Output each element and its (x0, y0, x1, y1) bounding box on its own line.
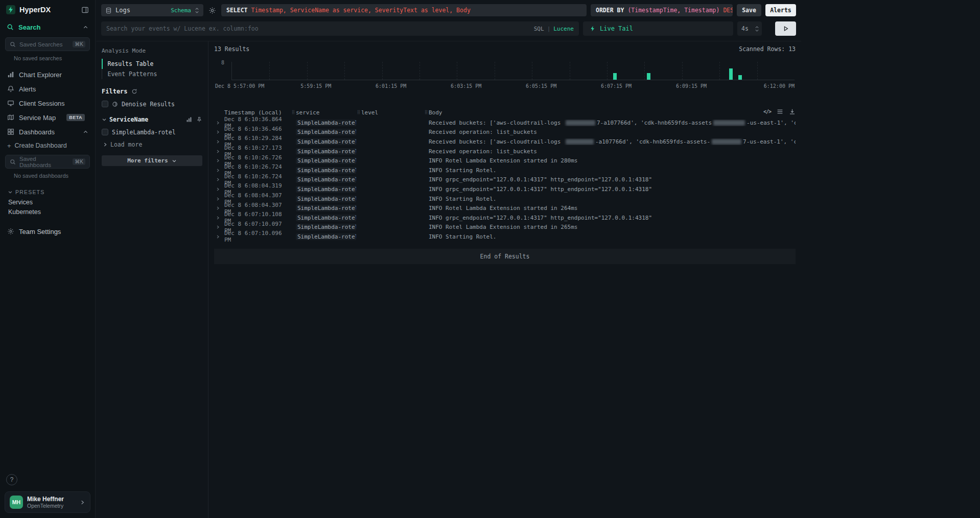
sidebar-item-alerts[interactable]: Alerts (0, 82, 95, 96)
drag-grip-icon[interactable]: ⣿ (356, 110, 361, 114)
drag-grip-icon[interactable]: ⣿ (291, 110, 296, 114)
cell-service: SimpleLambda-rotel (296, 176, 356, 183)
sidebar-collapse-icon[interactable] (81, 6, 89, 14)
bell-icon (7, 85, 14, 92)
table-row[interactable]: Dec 8 6:10:26.724 PMSimpleLambda-rotelIN… (214, 175, 796, 185)
x-axis-tick-label: 6:01:15 PM (376, 83, 406, 89)
expand-row-icon[interactable] (214, 130, 224, 134)
cell-timestamp: Dec 8 6:07:10.096 PM (224, 230, 291, 243)
sidebar-item-chart-explorer[interactable]: Chart Explorer (0, 67, 95, 82)
table-row[interactable]: Dec 8 6:07:10.097 PMSimpleLambda-rotelIN… (214, 223, 796, 232)
table-row[interactable]: Dec 8 6:10:36.466 PMSimpleLambda-rotelRe… (214, 128, 796, 137)
checkbox[interactable] (102, 101, 108, 107)
cell-body: INFO grpc_endpoint="127.0.0.1:4317" http… (429, 215, 796, 221)
refresh-interval-select[interactable]: 4s (737, 21, 762, 36)
save-button[interactable]: Save (737, 4, 761, 16)
user-org: OpenTelemetry (27, 503, 76, 509)
col-level[interactable]: level (361, 109, 424, 116)
sidebar-item-team-settings[interactable]: Team Settings (0, 224, 95, 239)
table-row[interactable]: Dec 8 6:08:04.319 PMSimpleLambda-rotelIN… (214, 184, 796, 194)
cell-service: SimpleLambda-rotel (296, 186, 356, 193)
saved-dashboards-input[interactable]: Saved Dashboards ⌘K (5, 155, 90, 169)
presets-toggle[interactable]: PRESETS (0, 185, 95, 198)
cell-service: SimpleLambda-rotel (296, 148, 356, 155)
expand-row-icon[interactable] (214, 121, 224, 125)
expand-row-icon[interactable] (214, 234, 224, 239)
cell-service: SimpleLambda-rotel (296, 157, 356, 164)
alerts-button[interactable]: Alerts (765, 4, 796, 16)
refresh-icon[interactable] (131, 88, 137, 95)
row-settings-icon[interactable] (777, 108, 783, 115)
chart-icon (7, 71, 14, 78)
expand-row-icon[interactable] (214, 139, 224, 144)
expand-row-icon[interactable] (214, 216, 224, 220)
order-by-input[interactable]: ORDER BY (TimestampTime, Timestamp) DESC (591, 4, 733, 16)
sidebar-item-service-map[interactable]: Service Map BETA (0, 110, 95, 125)
histogram-bar[interactable] (647, 73, 650, 80)
lucene-mode-toggle[interactable]: Lucene (553, 26, 574, 32)
sidebar-item-client-sessions[interactable]: Client Sessions (0, 96, 95, 110)
app-title: HyperDX (19, 6, 77, 14)
expand-row-icon[interactable] (214, 168, 224, 173)
sql-mode-toggle[interactable]: SQL (534, 26, 544, 32)
schema-link[interactable]: Schema (171, 7, 191, 14)
expand-row-icon[interactable] (214, 177, 224, 182)
table-row[interactable]: Dec 8 6:10:27.173 PMSimpleLambda-rotelRe… (214, 147, 796, 156)
more-filters-button[interactable]: More filters (102, 155, 202, 166)
table-row[interactable]: Dec 8 6:10:29.284 PMSimpleLambda-rotelRe… (214, 137, 796, 147)
table-row[interactable]: Dec 8 6:10:36.864 PMSimpleLambda-rotelRe… (214, 118, 796, 128)
table-row[interactable]: Dec 8 6:10:26.726 PMSimpleLambda-rotelIN… (214, 156, 796, 166)
expand-row-icon[interactable] (214, 158, 224, 163)
expand-row-icon[interactable] (214, 206, 224, 210)
facet-chart-icon[interactable] (186, 116, 192, 123)
sidebar-item-dashboards[interactable]: Dashboards (0, 125, 95, 139)
live-tail-button[interactable]: Live Tail (583, 21, 733, 36)
expand-row-icon[interactable] (214, 225, 224, 229)
col-body[interactable]: Body (429, 109, 760, 116)
expand-row-icon[interactable] (214, 187, 224, 192)
table-row[interactable]: Dec 8 6:07:10.108 PMSimpleLambda-rotelIN… (214, 213, 796, 223)
settings-gear-icon[interactable] (207, 7, 217, 14)
expand-row-icon[interactable] (214, 149, 224, 154)
table-row[interactable]: Dec 8 6:07:10.096 PMSimpleLambda-rotelIN… (214, 232, 796, 242)
table-row[interactable]: Dec 8 6:08:04.307 PMSimpleLambda-rotelIN… (214, 194, 796, 204)
events-histogram[interactable]: 8 Dec 8 5:57:00 PM5:59:15 PM6:01:15 PM6:… (214, 58, 796, 86)
analysis-mode-label: Analysis Mode (102, 48, 202, 54)
source-select[interactable]: Logs Schema (101, 4, 203, 16)
load-more-button[interactable]: Load more (103, 140, 202, 149)
denoise-results-row[interactable]: Denoise Results (102, 98, 202, 110)
histogram-bar[interactable] (613, 73, 617, 80)
mode-event-patterns[interactable]: Event Patterns (102, 69, 203, 79)
user-name: Mike Heffner (27, 496, 76, 503)
preset-services[interactable]: Services (0, 198, 95, 207)
code-view-icon[interactable]: </> (763, 109, 771, 114)
table-row[interactable]: Dec 8 6:10:26.724 PMSimpleLambda-rotelIN… (214, 166, 796, 175)
chevron-up-icon[interactable] (83, 129, 88, 135)
create-dashboard-button[interactable]: + Create Dashboard (0, 139, 95, 152)
event-search-input[interactable]: Search your events w/ Lucene ex. column:… (101, 21, 579, 36)
facet-servicename-toggle[interactable]: ServiceName (102, 116, 202, 123)
pin-icon[interactable] (196, 116, 202, 123)
download-icon[interactable] (789, 108, 796, 115)
cell-body: Received operation: list_buckets (429, 129, 796, 135)
sql-select-input[interactable]: SELECT Timestamp, ServiceName as service… (221, 4, 587, 16)
table-row[interactable]: Dec 8 6:08:04.307 PMSimpleLambda-rotelIN… (214, 203, 796, 213)
mode-results-table[interactable]: Results Table (102, 59, 203, 69)
user-menu[interactable]: MH Mike Heffner OpenTelemetry (5, 491, 90, 513)
col-service[interactable]: service (296, 109, 356, 116)
saved-searches-input[interactable]: Saved Searches ⌘K (5, 37, 90, 51)
histogram-bar[interactable] (729, 68, 733, 80)
chevron-up-icon[interactable] (83, 25, 88, 30)
stepper-icon[interactable] (755, 26, 759, 32)
sidebar-item-search[interactable]: Search (0, 19, 95, 35)
facet-value-row[interactable]: SimpleLambda-rotel (102, 126, 202, 138)
drag-grip-icon[interactable]: ⣿ (424, 110, 429, 114)
expand-row-icon[interactable] (214, 197, 224, 201)
sidebar-footer: ? MH Mike Heffner OpenTelemetry (0, 469, 95, 518)
preset-kubernetes[interactable]: Kubernetes (0, 207, 95, 217)
help-button[interactable]: ? (6, 474, 17, 485)
col-timestamp[interactable]: Timestamp (Local) (224, 109, 291, 116)
histogram-bar[interactable] (738, 75, 742, 80)
play-button[interactable] (775, 21, 796, 36)
checkbox[interactable] (102, 129, 108, 135)
